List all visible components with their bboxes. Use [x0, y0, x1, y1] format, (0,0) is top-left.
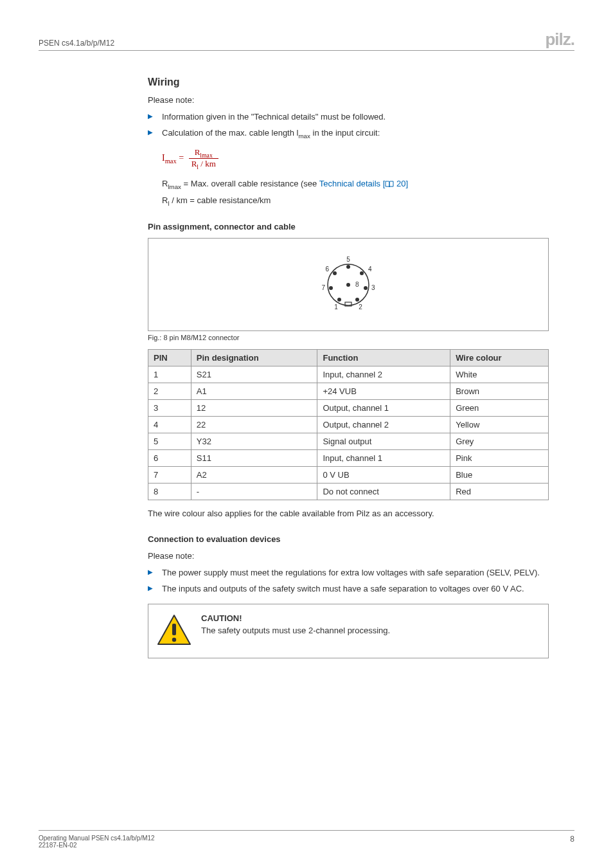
svg-text:7: 7 — [321, 284, 325, 291]
svg-point-6 — [337, 298, 341, 302]
table-row: 6S11Input, channel 1Pink — [148, 450, 549, 467]
svg-text:3: 3 — [371, 284, 375, 291]
caution-body: The safety outputs must use 2-channel pr… — [201, 626, 538, 635]
svg-point-9 — [346, 283, 350, 287]
svg-point-5 — [355, 298, 359, 302]
connection-bullets: The power supply must meet the regulatio… — [148, 567, 549, 595]
header-product: PSEN cs4.1a/b/p/M12 — [39, 39, 114, 48]
pin-assignment-table: PIN Pin designation Function Wire colour… — [148, 349, 549, 500]
svg-rect-19 — [172, 624, 176, 635]
caution-title: CAUTION! — [201, 613, 538, 623]
connection-bullet-2: The inputs and outputs of the safety swi… — [148, 583, 549, 595]
col-wire-colour: Wire colour — [450, 350, 549, 366]
pin-assignment-heading: Pin assignment, connector and cable — [148, 222, 549, 231]
col-designation: Pin designation — [191, 350, 317, 366]
svg-text:8: 8 — [355, 281, 359, 288]
technical-details-link[interactable]: Technical details [ 20] — [319, 179, 408, 188]
wire-colour-note: The wire colour also applies for the cab… — [148, 508, 549, 520]
diagram-caption: Fig.: 8 pin M8/M12 connector — [148, 334, 549, 341]
table-row: 312Output, channel 1Green — [148, 400, 549, 417]
table-row: 2A1+24 VUBBrown — [148, 383, 549, 400]
page-header: PSEN cs4.1a/b/p/M12 pilz. — [39, 31, 574, 51]
r-lmax-definition: Rlmax = Max. overall cable resistance (s… — [162, 178, 549, 191]
table-row: 7A20 V UBBlue — [148, 467, 549, 484]
wiring-intro: Please note: — [148, 95, 549, 106]
svg-text:1: 1 — [334, 303, 338, 311]
m12-connector-icon: 5 4 3 2 1 7 6 8 — [313, 249, 384, 320]
footer-left: Operating Manual PSEN cs4.1a/b/p/M12 221… — [39, 835, 155, 849]
wiring-bullet-1: Information given in the "Technical deta… — [148, 111, 549, 123]
svg-point-2 — [346, 265, 350, 269]
main-content: Wiring Please note: Information given in… — [148, 77, 549, 658]
svg-point-7 — [329, 286, 333, 290]
page-footer: Operating Manual PSEN cs4.1a/b/p/M12 221… — [39, 830, 574, 849]
svg-text:4: 4 — [368, 266, 372, 273]
table-row: 8-Do not connectRed — [148, 484, 549, 500]
svg-point-4 — [364, 286, 368, 290]
table-row: 5Y32Signal outputGrey — [148, 433, 549, 450]
connection-heading: Connection to evaluation devices — [148, 534, 549, 544]
wiring-heading: Wiring — [148, 77, 549, 88]
col-function: Function — [317, 350, 450, 366]
svg-text:2: 2 — [359, 303, 362, 311]
pilz-logo: pilz. — [545, 31, 574, 48]
pin-table-body: 1S21Input, channel 2White 2A1+24 VUBBrow… — [148, 366, 549, 500]
wiring-bullet-2: Calculation of the max. cable length lma… — [148, 127, 549, 141]
page-number: 8 — [570, 835, 574, 844]
warning-icon — [156, 613, 192, 649]
cable-length-formula: Imax = Rlmax Rl / km — [162, 147, 549, 170]
connector-diagram: 5 4 3 2 1 7 6 8 — [148, 238, 549, 331]
caution-box: CAUTION! The safety outputs must use 2-c… — [148, 604, 549, 658]
svg-point-8 — [333, 271, 337, 275]
col-pin: PIN — [148, 350, 191, 366]
connection-bullet-1: The power supply must meet the regulatio… — [148, 567, 549, 579]
svg-point-3 — [360, 271, 364, 275]
svg-text:5: 5 — [346, 256, 350, 263]
table-row: 422Output, channel 2Yellow — [148, 417, 549, 433]
r-l-definition: Rl / km = cable resistance/km — [162, 195, 549, 208]
svg-point-20 — [172, 638, 176, 642]
book-icon — [385, 179, 394, 191]
wiring-bullets: Information given in the "Technical deta… — [148, 111, 549, 141]
svg-text:6: 6 — [325, 266, 329, 273]
table-row: 1S21Input, channel 2White — [148, 366, 549, 383]
connection-intro: Please note: — [148, 550, 549, 562]
